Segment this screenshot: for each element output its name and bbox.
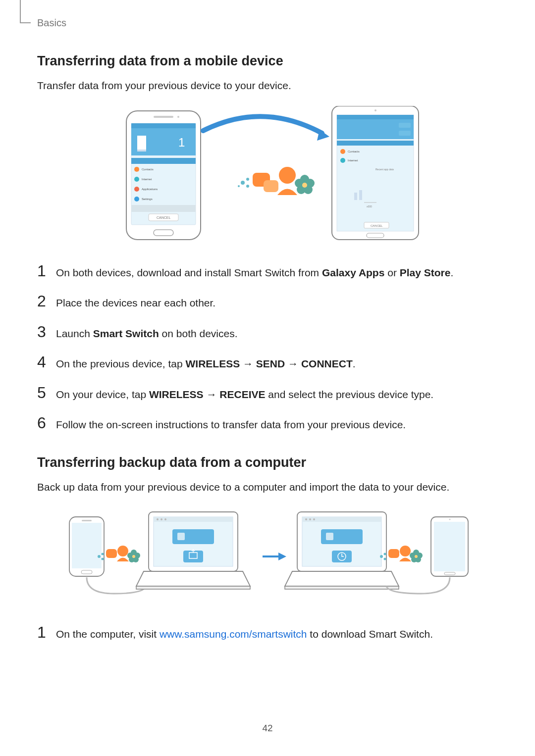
svg-rect-51 — [354, 193, 357, 200]
svg-rect-8 — [137, 150, 146, 151]
svg-point-24 — [241, 181, 245, 185]
svg-point-94 — [384, 553, 386, 555]
svg-rect-41 — [337, 115, 414, 119]
svg-point-86 — [305, 518, 307, 520]
svg-point-25 — [246, 178, 249, 181]
svg-point-70 — [132, 555, 135, 558]
step-number: 2 — [37, 292, 56, 310]
svg-point-97 — [400, 546, 411, 556]
section-title-computer-backup: Transferring backup data from a computer — [37, 455, 498, 470]
step-text: On the previous device, tap WIRELESS → S… — [56, 356, 356, 372]
svg-rect-105 — [434, 522, 465, 571]
svg-text:CANCEL: CANCEL — [371, 224, 383, 227]
step-number: 5 — [37, 384, 56, 402]
svg-point-64 — [117, 546, 128, 556]
svg-point-60 — [98, 555, 101, 558]
svg-point-14 — [134, 177, 139, 182]
svg-text:Settings: Settings — [142, 198, 153, 201]
svg-point-36 — [302, 183, 307, 188]
step-number: 3 — [37, 323, 56, 341]
step-6: 6 Follow the on-screen instructions to t… — [37, 414, 498, 433]
svg-point-18 — [134, 197, 139, 202]
svg-rect-43 — [399, 123, 411, 128]
svg-point-106 — [449, 519, 451, 520]
step-text: Place the devices near each other. — [56, 295, 215, 311]
step-number: 1 — [37, 262, 56, 280]
svg-rect-44 — [399, 131, 411, 136]
svg-point-74 — [157, 518, 159, 520]
svg-point-26 — [246, 185, 249, 188]
svg-point-76 — [164, 518, 166, 520]
svg-point-62 — [102, 558, 104, 560]
svg-point-103 — [415, 555, 418, 558]
transfer-illustration-svg: 1 Contacts Internet Applications Setting… — [114, 106, 421, 245]
svg-text:x000: x000 — [367, 205, 372, 208]
svg-point-88 — [313, 518, 315, 520]
svg-point-69 — [127, 553, 133, 558]
svg-point-75 — [160, 518, 162, 520]
svg-point-30 — [279, 167, 296, 184]
svg-text:Contacts: Contacts — [142, 168, 154, 171]
svg-rect-90 — [326, 533, 333, 540]
svg-point-48 — [340, 158, 345, 163]
smartswitch-link[interactable]: www.samsung.com/smartswitch — [160, 628, 307, 640]
svg-rect-42 — [337, 119, 414, 139]
step-1: 1 On both devices, download and install … — [37, 262, 498, 281]
step-text: On the computer, visit www.samsung.com/s… — [56, 626, 433, 642]
page-number: 42 — [0, 723, 535, 734]
svg-rect-20 — [131, 205, 196, 212]
svg-marker-82 — [278, 553, 286, 560]
svg-point-93 — [380, 555, 383, 558]
step-number: 6 — [37, 414, 56, 432]
svg-point-16 — [134, 187, 139, 192]
svg-rect-63 — [106, 549, 117, 558]
step-2: 2 Place the devices near each other. — [37, 292, 498, 311]
svg-text:Internet: Internet — [348, 159, 358, 162]
step-number: 4 — [37, 353, 56, 371]
step-number: 1 — [37, 623, 56, 642]
svg-point-35 — [295, 179, 304, 188]
svg-point-87 — [309, 518, 311, 520]
svg-text:1: 1 — [178, 136, 185, 149]
svg-rect-52 — [359, 190, 362, 200]
svg-rect-5 — [131, 123, 196, 128]
svg-rect-7 — [137, 136, 146, 151]
svg-rect-29 — [264, 180, 278, 192]
svg-point-95 — [384, 558, 386, 560]
section-title-mobile-transfer: Transferring data from a mobile device — [37, 53, 498, 69]
svg-point-3 — [177, 116, 179, 118]
svg-rect-96 — [388, 549, 399, 558]
figure-computer-backup — [37, 507, 498, 606]
step-text: On both devices, download and install Sm… — [56, 265, 453, 281]
svg-text:Internet: Internet — [142, 178, 152, 181]
steps-list-computer: 1 On the computer, visit www.samsung.com… — [37, 623, 498, 642]
step-text: On your device, tap WIRELESS → RECEIVE a… — [56, 387, 433, 403]
figure-mobile-transfer: 1 Contacts Internet Applications Setting… — [37, 106, 498, 245]
svg-text:Recent app data: Recent app data — [375, 168, 394, 171]
step-4: 4 On the previous device, tap WIRELESS →… — [37, 353, 498, 372]
svg-text:CANCEL: CANCEL — [157, 216, 171, 219]
svg-point-61 — [102, 553, 104, 555]
svg-rect-2 — [154, 116, 173, 118]
svg-text:Contacts: Contacts — [348, 150, 360, 153]
svg-point-38 — [374, 109, 376, 111]
svg-text:Applications: Applications — [142, 188, 158, 191]
running-header: Basics — [37, 17, 498, 29]
step-3: 3 Launch Smart Switch on both devices. — [37, 323, 498, 342]
computer-backup-illustration-svg — [64, 507, 471, 606]
svg-rect-58 — [82, 520, 92, 521]
step-1-computer: 1 On the computer, visit www.samsung.com… — [37, 623, 498, 642]
section-intro-mobile: Transfer data from your previous device … — [37, 78, 498, 94]
svg-rect-57 — [72, 523, 102, 568]
section-intro-computer: Back up data from your previous device t… — [37, 479, 498, 495]
svg-point-102 — [410, 553, 416, 558]
steps-list-mobile: 1 On both devices, download and install … — [37, 262, 498, 433]
svg-rect-45 — [337, 141, 414, 146]
svg-rect-12 — [135, 167, 139, 171]
svg-point-27 — [238, 185, 240, 187]
svg-point-46 — [340, 149, 345, 154]
page-content: Basics Transferring data from a mobile d… — [0, 0, 535, 756]
step-5: 5 On your device, tap WIRELESS → RECEIVE… — [37, 384, 498, 403]
step-text: Launch Smart Switch on both devices. — [56, 326, 238, 342]
step-text: Follow the on-screen instructions to tra… — [56, 417, 406, 433]
